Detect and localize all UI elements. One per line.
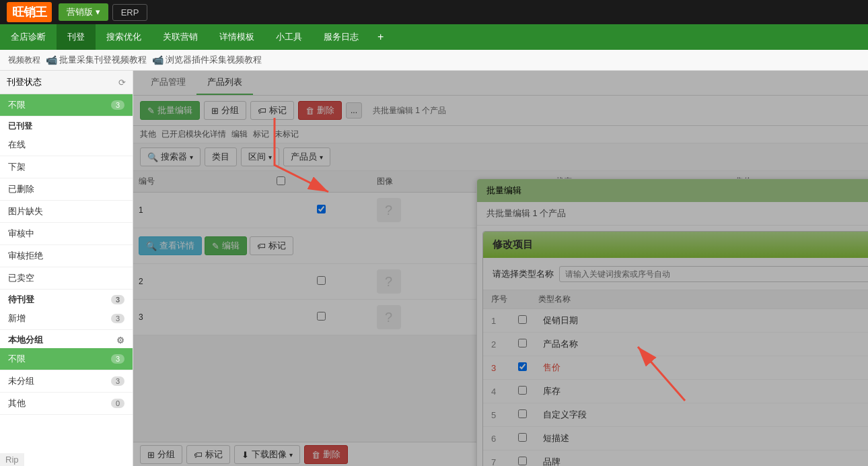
main-layout: 刊登状态 ⟳ 不限 3 已刊登 在线 下架 已删除 图片缺失 审核中 审核拒绝 …	[0, 71, 868, 466]
sidebar: 刊登状态 ⟳ 不限 3 已刊登 在线 下架 已删除 图片缺失 审核中 审核拒绝 …	[0, 71, 133, 466]
logo-area: 旺销王 营销版 ▾ ERP	[7, 2, 147, 22]
sidebar-item-unlimited-label: 不限	[8, 99, 26, 111]
modal-overlay	[133, 71, 868, 466]
breadcrumb-bar: 视频教程 📹 批量采集刊登视频教程 📹 浏览器插件采集视频教程	[0, 50, 868, 71]
nav-item-related-marketing[interactable]: 关联营销	[152, 24, 209, 50]
footer-bar: Rip	[0, 453, 24, 466]
nav-item-detail-template[interactable]: 详情模板	[209, 24, 265, 50]
sidebar-gear-icon[interactable]: ⚙	[116, 335, 124, 345]
sidebar-item-ungrouped-count: 3	[111, 376, 124, 386]
logo-text: 旺销王	[12, 5, 46, 19]
sidebar-header-title: 刊登状态	[7, 76, 42, 88]
sidebar-refresh-icon[interactable]: ⟳	[118, 77, 126, 88]
sidebar-item-other-count: 0	[111, 399, 124, 408]
nav-item-diagnostics[interactable]: 全店诊断	[0, 24, 57, 50]
sidebar-section-published: 已刊登	[0, 116, 133, 134]
sidebar-item-sold-out[interactable]: 已卖空	[0, 267, 133, 290]
sidebar-item-group-unlimited[interactable]: 不限 3	[0, 348, 133, 370]
sidebar-item-new[interactable]: 新增 3	[0, 308, 133, 330]
nav-item-tools[interactable]: 小工具	[265, 24, 313, 50]
sidebar-item-image-missing[interactable]: 图片缺失	[0, 201, 133, 223]
video-link-1-text[interactable]: 批量采集刊登视频教程	[59, 54, 147, 66]
sidebar-item-delisted[interactable]: 下架	[0, 156, 133, 178]
sidebar-item-online[interactable]: 在线	[0, 134, 133, 156]
content-area: 产品管理 产品列表 ✎ 批量编辑 ⊞ 分组 🏷 标记 🗑 删除 ... 共批量编…	[133, 71, 868, 466]
video-link-2[interactable]: 📹 浏览器插件采集视频教程	[152, 54, 262, 66]
sidebar-pending-count: 3	[111, 295, 124, 304]
footer-text: Rip	[5, 455, 19, 465]
sidebar-item-review-rejected[interactable]: 审核拒绝	[0, 245, 133, 267]
video-link-2-text[interactable]: 浏览器插件采集视频教程	[166, 54, 262, 66]
sidebar-header: 刊登状态 ⟳	[0, 71, 133, 94]
sidebar-item-other[interactable]: 其他 0	[0, 393, 133, 415]
video-link-1[interactable]: 📹 批量采集刊登视频教程	[46, 54, 147, 66]
video-tutorial-label: 视频教程	[8, 55, 40, 66]
sidebar-item-ungrouped[interactable]: 未分组 3	[0, 370, 133, 393]
sidebar-item-group-unlimited-count: 3	[111, 354, 124, 364]
sidebar-item-new-count: 3	[111, 314, 124, 323]
nav-add-btn[interactable]: +	[369, 26, 392, 48]
video-icon-1: 📹	[46, 55, 57, 65]
nav-item-seo[interactable]: 搜索优化	[96, 24, 152, 50]
sidebar-item-deleted[interactable]: 已删除	[0, 178, 133, 201]
nav-item-publish[interactable]: 刊登	[57, 24, 96, 50]
top-bar: 旺销王 营销版 ▾ ERP	[0, 0, 868, 24]
sidebar-item-unlimited[interactable]: 不限 3	[0, 94, 133, 116]
sidebar-item-unlimited-count: 3	[111, 100, 124, 110]
sidebar-item-review[interactable]: 审核中	[0, 223, 133, 245]
sidebar-section-pending: 待刊登 3	[0, 290, 133, 308]
marketing-btn[interactable]: 营销版 ▾	[59, 3, 108, 21]
nav-bar: 全店诊断 刊登 搜索优化 关联营销 详情模板 小工具 服务日志 +	[0, 24, 868, 50]
nav-item-service-log[interactable]: 服务日志	[313, 24, 369, 50]
sidebar-section-local-group: 本地分组 ⚙	[0, 330, 133, 348]
erp-btn[interactable]: ERP	[112, 4, 148, 21]
video-icon-2: 📹	[152, 55, 164, 65]
logo: 旺销王	[7, 2, 52, 22]
